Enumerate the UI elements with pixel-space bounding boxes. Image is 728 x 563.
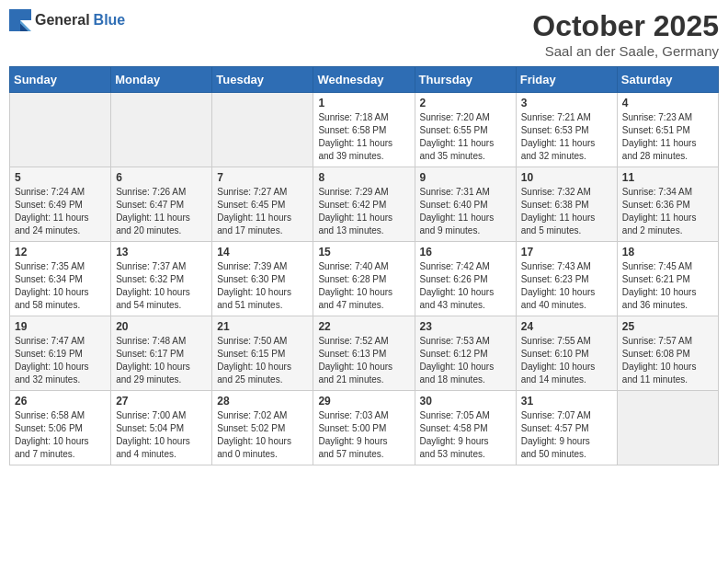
day-number: 10 — [521, 171, 612, 184]
day-number: 25 — [622, 320, 713, 333]
day-info: Sunrise: 7:20 AMSunset: 6:55 PMDaylight:… — [420, 111, 511, 163]
calendar-cell: 27Sunrise: 7:00 AMSunset: 5:04 PMDayligh… — [111, 391, 212, 465]
month-title: October 2025 — [532, 9, 719, 43]
calendar-cell: 13Sunrise: 7:37 AMSunset: 6:32 PMDayligh… — [111, 242, 212, 316]
day-info: Sunrise: 7:37 AMSunset: 6:32 PMDaylight:… — [116, 260, 207, 312]
day-number: 11 — [622, 171, 713, 184]
location-title: Saal an der Saale, Germany — [532, 43, 719, 59]
calendar-week-row: 1Sunrise: 7:18 AMSunset: 6:58 PMDaylight… — [10, 93, 719, 167]
day-info: Sunrise: 7:45 AMSunset: 6:21 PMDaylight:… — [622, 260, 713, 312]
day-number: 22 — [318, 320, 409, 333]
calendar-cell: 12Sunrise: 7:35 AMSunset: 6:34 PMDayligh… — [10, 242, 111, 316]
day-number: 17 — [521, 246, 612, 259]
weekday-header: Wednesday — [313, 67, 415, 93]
day-number: 12 — [15, 246, 106, 259]
day-info: Sunrise: 7:50 AMSunset: 6:15 PMDaylight:… — [217, 335, 308, 386]
day-info: Sunrise: 7:18 AMSunset: 6:58 PMDaylight:… — [318, 111, 409, 163]
day-number: 4 — [622, 97, 713, 109]
day-info: Sunrise: 7:27 AMSunset: 6:45 PMDaylight:… — [217, 186, 308, 237]
day-number: 19 — [15, 320, 106, 333]
weekday-header: Tuesday — [212, 67, 313, 93]
day-number: 13 — [116, 246, 207, 259]
day-number: 9 — [420, 171, 511, 184]
weekday-header: Friday — [516, 67, 617, 93]
logo-general-text: General — [35, 12, 90, 29]
day-info: Sunrise: 7:48 AMSunset: 6:17 PMDaylight:… — [116, 335, 207, 386]
day-info: Sunrise: 7:53 AMSunset: 6:12 PMDaylight:… — [420, 335, 511, 386]
day-info: Sunrise: 7:42 AMSunset: 6:26 PMDaylight:… — [420, 260, 511, 312]
logo-blue-text: Blue — [94, 12, 126, 29]
day-info: Sunrise: 7:43 AMSunset: 6:23 PMDaylight:… — [521, 260, 612, 312]
day-number: 15 — [318, 246, 409, 259]
day-info: Sunrise: 7:39 AMSunset: 6:30 PMDaylight:… — [217, 260, 308, 312]
day-info: Sunrise: 7:40 AMSunset: 6:28 PMDaylight:… — [318, 260, 409, 312]
day-info: Sunrise: 7:23 AMSunset: 6:51 PMDaylight:… — [622, 111, 713, 163]
day-number: 6 — [116, 171, 207, 184]
logo-text: General Blue — [9, 9, 125, 31]
weekday-header: Saturday — [617, 67, 718, 93]
calendar-week-row: 26Sunrise: 6:58 AMSunset: 5:06 PMDayligh… — [10, 391, 719, 465]
day-info: Sunrise: 7:47 AMSunset: 6:19 PMDaylight:… — [15, 335, 106, 386]
day-number: 23 — [420, 320, 511, 333]
calendar-cell: 4Sunrise: 7:23 AMSunset: 6:51 PMDaylight… — [617, 93, 718, 167]
day-number: 2 — [420, 97, 511, 109]
calendar-cell — [111, 93, 212, 167]
day-number: 14 — [217, 246, 308, 259]
day-number: 30 — [420, 395, 511, 408]
calendar-cell: 14Sunrise: 7:39 AMSunset: 6:30 PMDayligh… — [212, 242, 313, 316]
calendar-header-row: SundayMondayTuesdayWednesdayThursdayFrid… — [10, 67, 719, 93]
general-blue-icon — [9, 9, 31, 31]
calendar-week-row: 19Sunrise: 7:47 AMSunset: 6:19 PMDayligh… — [10, 316, 719, 391]
day-info: Sunrise: 7:21 AMSunset: 6:53 PMDaylight:… — [521, 111, 612, 163]
title-area: October 2025 Saal an der Saale, Germany — [532, 9, 719, 59]
calendar-cell — [212, 93, 313, 167]
calendar-cell: 7Sunrise: 7:27 AMSunset: 6:45 PMDaylight… — [212, 167, 313, 242]
weekday-header: Thursday — [415, 67, 516, 93]
calendar-cell: 24Sunrise: 7:55 AMSunset: 6:10 PMDayligh… — [516, 316, 617, 391]
day-number: 27 — [116, 395, 207, 408]
day-number: 28 — [217, 395, 308, 408]
calendar-week-row: 5Sunrise: 7:24 AMSunset: 6:49 PMDaylight… — [10, 167, 719, 242]
calendar-cell: 2Sunrise: 7:20 AMSunset: 6:55 PMDaylight… — [415, 93, 516, 167]
calendar-cell: 18Sunrise: 7:45 AMSunset: 6:21 PMDayligh… — [617, 242, 718, 316]
day-info: Sunrise: 7:24 AMSunset: 6:49 PMDaylight:… — [15, 186, 106, 237]
day-number: 16 — [420, 246, 511, 259]
calendar-cell: 31Sunrise: 7:07 AMSunset: 4:57 PMDayligh… — [516, 391, 617, 465]
calendar-cell: 22Sunrise: 7:52 AMSunset: 6:13 PMDayligh… — [313, 316, 415, 391]
calendar-cell: 30Sunrise: 7:05 AMSunset: 4:58 PMDayligh… — [415, 391, 516, 465]
calendar-cell: 8Sunrise: 7:29 AMSunset: 6:42 PMDaylight… — [313, 167, 415, 242]
day-info: Sunrise: 7:57 AMSunset: 6:08 PMDaylight:… — [622, 335, 713, 386]
calendar-week-row: 12Sunrise: 7:35 AMSunset: 6:34 PMDayligh… — [10, 242, 719, 316]
calendar-cell: 5Sunrise: 7:24 AMSunset: 6:49 PMDaylight… — [10, 167, 111, 242]
day-number: 29 — [318, 395, 409, 408]
calendar-cell: 1Sunrise: 7:18 AMSunset: 6:58 PMDaylight… — [313, 93, 415, 167]
day-number: 20 — [116, 320, 207, 333]
logo: General Blue — [9, 9, 125, 31]
calendar-cell: 19Sunrise: 7:47 AMSunset: 6:19 PMDayligh… — [10, 316, 111, 391]
day-info: Sunrise: 7:32 AMSunset: 6:38 PMDaylight:… — [521, 186, 612, 237]
calendar-cell: 9Sunrise: 7:31 AMSunset: 6:40 PMDaylight… — [415, 167, 516, 242]
day-info: Sunrise: 7:34 AMSunset: 6:36 PMDaylight:… — [622, 186, 713, 237]
day-number: 7 — [217, 171, 308, 184]
day-number: 26 — [15, 395, 106, 408]
day-info: Sunrise: 7:55 AMSunset: 6:10 PMDaylight:… — [521, 335, 612, 386]
day-number: 24 — [521, 320, 612, 333]
calendar-cell: 3Sunrise: 7:21 AMSunset: 6:53 PMDaylight… — [516, 93, 617, 167]
day-number: 21 — [217, 320, 308, 333]
header: General Blue October 2025 Saal an der Sa… — [9, 9, 719, 59]
calendar-table: SundayMondayTuesdayWednesdayThursdayFrid… — [9, 66, 719, 465]
day-info: Sunrise: 7:52 AMSunset: 6:13 PMDaylight:… — [318, 335, 409, 386]
day-info: Sunrise: 7:05 AMSunset: 4:58 PMDaylight:… — [420, 409, 511, 461]
day-info: Sunrise: 7:00 AMSunset: 5:04 PMDaylight:… — [116, 409, 207, 461]
day-number: 31 — [521, 395, 612, 408]
day-number: 1 — [318, 97, 409, 109]
day-info: Sunrise: 7:03 AMSunset: 5:00 PMDaylight:… — [318, 409, 409, 461]
weekday-header: Monday — [111, 67, 212, 93]
calendar-cell: 15Sunrise: 7:40 AMSunset: 6:28 PMDayligh… — [313, 242, 415, 316]
calendar-cell: 17Sunrise: 7:43 AMSunset: 6:23 PMDayligh… — [516, 242, 617, 316]
calendar-cell: 23Sunrise: 7:53 AMSunset: 6:12 PMDayligh… — [415, 316, 516, 391]
day-number: 5 — [15, 171, 106, 184]
calendar-cell: 10Sunrise: 7:32 AMSunset: 6:38 PMDayligh… — [516, 167, 617, 242]
day-info: Sunrise: 7:02 AMSunset: 5:02 PMDaylight:… — [217, 409, 308, 461]
calendar-cell: 20Sunrise: 7:48 AMSunset: 6:17 PMDayligh… — [111, 316, 212, 391]
